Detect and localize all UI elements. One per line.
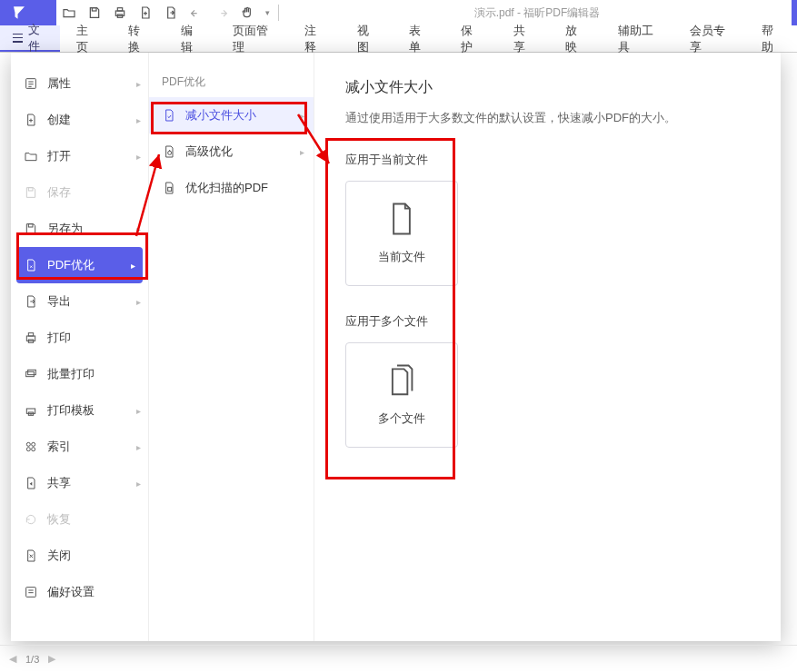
file-menu-share[interactable]: 共享 ▸ xyxy=(11,465,148,501)
file-menu-save-as[interactable]: 另存为 ▸ xyxy=(11,211,148,247)
menu-label: 偏好设置 xyxy=(47,584,95,600)
submenu-reduce-size[interactable]: 减小文件大小 ▸ xyxy=(149,97,314,133)
print-icon[interactable] xyxy=(107,2,133,24)
menu-label: 打印 xyxy=(47,330,71,346)
page-indicator[interactable]: 1/3 xyxy=(25,654,39,665)
svg-rect-14 xyxy=(26,336,35,341)
tab-vip[interactable]: 会员专享 xyxy=(673,25,745,52)
optimize-icon xyxy=(24,258,38,272)
tab-convert[interactable]: 转换 xyxy=(112,25,164,52)
page-nav-next[interactable]: ▶ xyxy=(48,653,55,665)
section-multi-file-label: 应用于多个文件 xyxy=(345,313,750,330)
file-menu-recover: 恢复 xyxy=(11,501,148,538)
tab-home[interactable]: 主页 xyxy=(60,25,112,52)
submenu-optimize-scanned[interactable]: 优化扫描的PDF xyxy=(149,170,314,206)
menu-icon xyxy=(13,34,23,43)
ribbon-tabs: 文件 主页 转换 编辑 页面管理 注释 视图 表单 保护 共享 放映 辅助工具 … xyxy=(0,25,797,53)
hand-icon[interactable] xyxy=(234,2,260,24)
tab-comment[interactable]: 注释 xyxy=(288,25,340,52)
undo-icon[interactable] xyxy=(184,2,209,24)
tab-page-manage[interactable]: 页面管理 xyxy=(216,25,288,52)
file-menu-batch-print[interactable]: 批量打印 xyxy=(11,356,148,392)
svg-rect-12 xyxy=(28,188,33,191)
share-icon xyxy=(24,476,38,490)
submenu-label: 优化扫描的PDF xyxy=(185,180,268,196)
chevron-right-icon: ▸ xyxy=(300,147,304,157)
section-current-file-label: 应用于当前文件 xyxy=(345,152,750,168)
doc-export-icon[interactable] xyxy=(158,2,184,24)
file-menu-print-template[interactable]: 打印模板 ▸ xyxy=(11,392,148,429)
submenu-title: PDF优化 xyxy=(149,65,314,97)
file-menu-open[interactable]: 打开 ▸ xyxy=(11,138,148,174)
save-icon[interactable] xyxy=(82,2,107,24)
svg-rect-13 xyxy=(28,224,33,227)
menu-label: 关闭 xyxy=(47,548,71,564)
card-label: 多个文件 xyxy=(378,410,425,427)
save-as-icon xyxy=(24,222,38,236)
panel-heading: 减小文件大小 xyxy=(345,78,750,97)
file-tab[interactable]: 文件 xyxy=(0,25,60,52)
file-menu-print[interactable]: 打印 xyxy=(11,320,148,356)
apply-current-file-button[interactable]: 当前文件 xyxy=(345,181,458,286)
svg-point-25 xyxy=(32,448,35,451)
menu-label: 另存为 xyxy=(47,221,83,237)
preferences-icon xyxy=(24,585,38,599)
chevron-right-icon: ▸ xyxy=(136,79,141,89)
file-menu-close[interactable]: 关闭 xyxy=(11,538,148,574)
save-icon xyxy=(24,185,38,200)
divider xyxy=(278,5,279,21)
file-menu-export[interactable]: 导出 ▸ xyxy=(11,283,148,320)
panel-description: 通过使用适用于大多数文件的默认设置，快速减小PDF的大小。 xyxy=(345,110,750,126)
menu-label: 索引 xyxy=(47,439,71,455)
chevron-right-icon: ▸ xyxy=(136,224,141,234)
file-tab-label: 文件 xyxy=(28,22,47,54)
svg-rect-17 xyxy=(26,371,35,376)
advanced-optimize-icon xyxy=(162,144,176,159)
file-menu-pdf-optimize[interactable]: PDF优化 ▸ xyxy=(16,247,143,283)
open-icon[interactable] xyxy=(56,2,82,24)
tab-view[interactable]: 视图 xyxy=(341,25,393,52)
export-icon xyxy=(24,294,38,309)
batch-print-icon xyxy=(24,367,38,381)
doc-plus-icon[interactable] xyxy=(133,2,158,24)
menu-label: 批量打印 xyxy=(47,366,95,382)
chevron-right-icon: ▸ xyxy=(136,442,141,452)
card-label: 当前文件 xyxy=(378,249,425,265)
page-nav-prev[interactable]: ◀ xyxy=(9,653,16,665)
open-icon xyxy=(24,149,38,163)
svg-rect-0 xyxy=(92,8,96,11)
tab-present[interactable]: 放映 xyxy=(549,25,601,52)
qat-dropdown-icon[interactable]: ▾ xyxy=(260,2,274,24)
reduce-size-icon xyxy=(162,108,176,123)
menu-label: 打开 xyxy=(47,148,71,164)
redo-icon[interactable] xyxy=(209,2,234,24)
menu-label: 创建 xyxy=(47,112,71,128)
tab-accessibility[interactable]: 辅助工具 xyxy=(602,25,673,52)
file-menu-properties[interactable]: 属性 ▸ xyxy=(11,65,148,102)
tab-share[interactable]: 共享 xyxy=(497,25,549,52)
svg-rect-18 xyxy=(28,370,36,374)
file-menu-create[interactable]: 创建 ▸ xyxy=(11,102,148,138)
menu-label: 属性 xyxy=(47,75,71,92)
optimize-scanned-icon xyxy=(162,181,176,195)
tab-help[interactable]: 帮助 xyxy=(745,25,797,52)
tab-edit[interactable]: 编辑 xyxy=(164,25,216,52)
file-menu-preferences[interactable]: 偏好设置 xyxy=(11,574,148,610)
svg-point-22 xyxy=(26,442,30,446)
menu-label: 保存 xyxy=(47,184,71,201)
menu-label: 打印模板 xyxy=(47,402,95,419)
apply-multiple-files-button[interactable]: 多个文件 xyxy=(345,342,458,448)
chevron-right-icon: ▸ xyxy=(131,261,135,271)
svg-rect-33 xyxy=(168,187,172,191)
file-menu-index[interactable]: 索引 ▸ xyxy=(11,429,148,465)
index-icon xyxy=(24,440,38,454)
titlebar: ▾ 演示.pdf - 福昕PDF编辑器 xyxy=(0,0,797,25)
svg-rect-19 xyxy=(26,409,35,413)
print-template-icon xyxy=(24,403,38,418)
tab-form[interactable]: 表单 xyxy=(393,25,444,52)
menu-label: 共享 xyxy=(47,475,71,491)
tab-protect[interactable]: 保护 xyxy=(444,25,496,52)
submenu-advanced-optimize[interactable]: 高级优化 ▸ xyxy=(149,133,314,170)
chevron-right-icon: ▸ xyxy=(136,152,141,162)
svg-rect-15 xyxy=(28,333,33,336)
